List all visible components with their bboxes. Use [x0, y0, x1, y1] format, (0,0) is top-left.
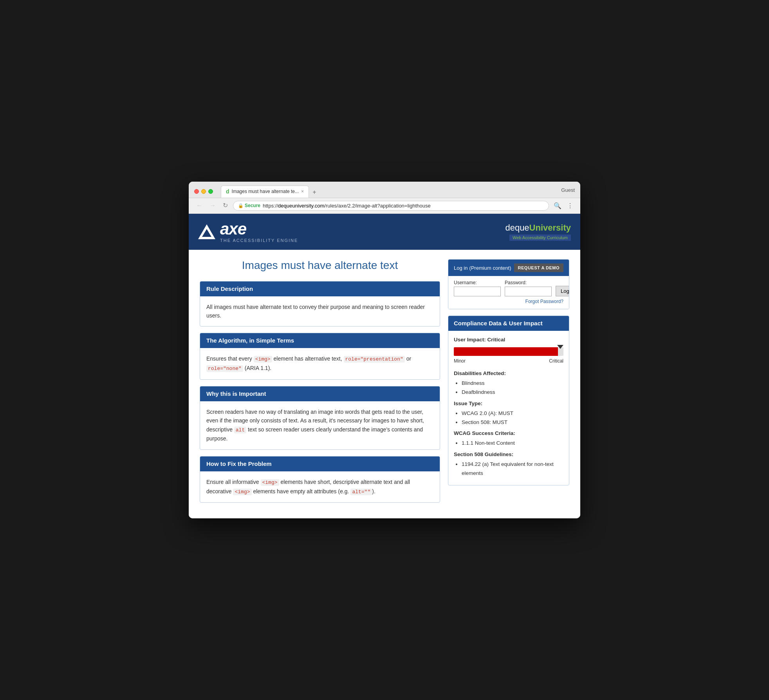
- list-item: Blindness: [462, 379, 563, 388]
- list-item: Section 508: MUST: [462, 418, 563, 427]
- why-important-section: Why this is Important Screen readers hav…: [200, 386, 440, 450]
- how-to-fix-body: Ensure all informative <img> elements ha…: [200, 471, 440, 503]
- alt-empty-code: alt="": [350, 489, 372, 495]
- username-label: Username:: [454, 280, 501, 285]
- minimize-button[interactable]: [201, 189, 206, 194]
- rule-description-section: Rule Description All images must have al…: [200, 281, 440, 327]
- impact-fill: [454, 347, 558, 356]
- browser-titlebar: d Images must have alternate te... × + G…: [189, 182, 580, 198]
- main-area: Images must have alternate text Rule Des…: [189, 250, 580, 519]
- tab-favicon-icon: d: [226, 188, 229, 195]
- impact-max-label: Critical: [549, 357, 563, 365]
- maximize-button[interactable]: [208, 189, 213, 194]
- rule-description-header: Rule Description: [200, 281, 440, 296]
- forward-button[interactable]: →: [208, 202, 218, 209]
- deque-university-logo: dequeUniversity Web Accessibility Curric…: [505, 223, 571, 241]
- issue-type-list: WCAG 2.0 (A): MUST Section 508: MUST: [462, 409, 563, 427]
- rule-description-body: All images must have alternate text to c…: [200, 296, 440, 327]
- role-presentation-code: role="presentation": [344, 356, 405, 363]
- page-content: axe THE ACCESSIBILITY ENGINE dequeUniver…: [189, 214, 580, 519]
- secure-badge: 🔒 Secure: [238, 203, 260, 208]
- address-bar: ← → ↻ 🔒 Secure https://dequeuniversity.c…: [189, 198, 580, 214]
- section508-heading: Section 508 Guidelines:: [454, 450, 563, 459]
- refresh-button[interactable]: ↻: [221, 202, 230, 209]
- page-title: Images must have alternate text: [200, 259, 440, 272]
- axe-logo: axe THE ACCESSIBILITY ENGINE: [198, 221, 298, 243]
- login-panel: Log in (Premium content) REQUEST A DEMO …: [448, 259, 569, 309]
- disabilities-list: Blindness Deafblindness: [462, 379, 563, 397]
- address-input[interactable]: 🔒 Secure https://dequeuniversity.com/rul…: [233, 201, 549, 211]
- algorithm-header: The Algorithm, in Simple Terms: [200, 333, 440, 348]
- deque-university-name: dequeUniversity: [505, 223, 571, 233]
- img-tag-code-2: <img>: [261, 479, 279, 486]
- issue-type-heading: Issue Type:: [454, 399, 563, 408]
- compliance-heading: Compliance Data & User Impact: [454, 320, 543, 327]
- login-header: Log in (Premium content) REQUEST A DEMO: [448, 260, 569, 276]
- rule-description-heading: Rule Description: [206, 285, 253, 292]
- deque-tagline: Web Accessibility Curriculum: [509, 235, 571, 241]
- request-demo-button[interactable]: REQUEST A DEMO: [514, 263, 563, 272]
- how-to-fix-header: How to Fix the Problem: [200, 456, 440, 471]
- password-input[interactable]: [505, 287, 552, 296]
- why-important-heading: Why this is Important: [206, 390, 266, 397]
- lock-icon: 🔒: [238, 203, 244, 208]
- compliance-body: User Impact: Critical Minor Critical: [448, 331, 569, 485]
- username-field-group: Username:: [454, 280, 501, 296]
- role-none-code: role="none": [206, 365, 243, 372]
- close-button[interactable]: [194, 189, 199, 194]
- compliance-header: Compliance Data & User Impact: [448, 316, 569, 331]
- guest-label: Guest: [561, 187, 575, 196]
- login-body: Username: Password: Login Forgot Passwor…: [448, 276, 569, 309]
- back-button[interactable]: ←: [194, 202, 204, 209]
- site-header: axe THE ACCESSIBILITY ENGINE dequeUniver…: [189, 214, 580, 250]
- wcag-list: 1.1.1 Non-text Content: [462, 439, 563, 448]
- search-button[interactable]: 🔍: [552, 201, 563, 210]
- list-item: Deafblindness: [462, 388, 563, 397]
- axe-wordmark: axe: [220, 221, 298, 237]
- algorithm-section: The Algorithm, in Simple Terms Ensures t…: [200, 333, 440, 380]
- browser-window: d Images must have alternate te... × + G…: [189, 182, 580, 519]
- username-input[interactable]: [454, 287, 501, 296]
- tab-bar: d Images must have alternate te... × +: [221, 186, 557, 198]
- algorithm-body: Ensures that every <img> element has alt…: [200, 348, 440, 379]
- tab-close-icon[interactable]: ×: [301, 189, 304, 194]
- new-tab-button[interactable]: +: [309, 187, 320, 198]
- traffic-lights: [194, 189, 213, 194]
- impact-min-label: Minor: [454, 357, 466, 365]
- login-fields: Username: Password: Login: [454, 280, 563, 296]
- impact-marker-icon: [557, 345, 563, 349]
- wcag-heading: WCAG Success Criteria:: [454, 429, 563, 438]
- why-important-header: Why this is Important: [200, 386, 440, 401]
- tab-title: Images must have alternate te...: [232, 189, 299, 194]
- login-button[interactable]: Login: [556, 286, 569, 296]
- left-column: Images must have alternate text Rule Des…: [200, 259, 440, 509]
- axe-text-block: axe THE ACCESSIBILITY ENGINE: [220, 221, 298, 243]
- compliance-panel: Compliance Data & User Impact User Impac…: [448, 316, 569, 486]
- disabilities-heading: Disabilities Affected:: [454, 369, 563, 378]
- section508-list: 1194.22 (a) Text equivalent for non-text…: [462, 460, 563, 478]
- forgot-password-link[interactable]: Forgot Password?: [454, 299, 563, 304]
- right-column: Log in (Premium content) REQUEST A DEMO …: [448, 259, 569, 509]
- why-important-body: Screen readers have no way of translatin…: [200, 401, 440, 449]
- how-to-fix-section: How to Fix the Problem Ensure all inform…: [200, 456, 440, 503]
- algorithm-heading: The Algorithm, in Simple Terms: [206, 337, 294, 344]
- impact-slider: Minor Critical: [454, 347, 563, 365]
- password-label: Password:: [505, 280, 552, 285]
- url-text: https://dequeuniversity.com/rules/axe/2.…: [263, 203, 431, 209]
- impact-labels: Minor Critical: [454, 357, 563, 365]
- list-item: 1194.22 (a) Text equivalent for non-text…: [462, 460, 563, 478]
- login-title: Log in (Premium content): [454, 264, 511, 271]
- axe-subtitle: THE ACCESSIBILITY ENGINE: [220, 238, 298, 243]
- img-tag-code: <img>: [254, 356, 272, 363]
- secure-label: Secure: [245, 203, 260, 208]
- list-item: 1.1.1 Non-text Content: [462, 439, 563, 448]
- user-impact-label: User Impact: Critical: [454, 336, 563, 345]
- active-tab[interactable]: d Images must have alternate te... ×: [221, 186, 309, 198]
- address-actions: 🔍 ⋮: [552, 201, 575, 210]
- more-options-button[interactable]: ⋮: [565, 201, 575, 210]
- how-to-fix-heading: How to Fix the Problem: [206, 460, 272, 467]
- img-tag-code-3: <img>: [233, 489, 251, 495]
- password-field-group: Password:: [505, 280, 552, 296]
- list-item: WCAG 2.0 (A): MUST: [462, 409, 563, 418]
- axe-triangle-icon: [198, 224, 215, 239]
